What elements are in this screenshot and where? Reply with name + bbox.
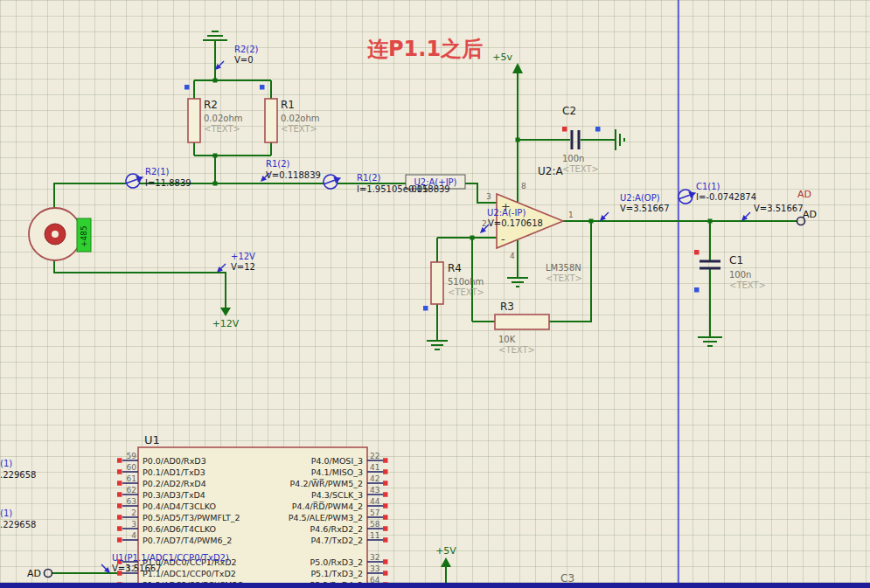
- chip-pin-label: P0.4/AD4/T3CLKO: [143, 502, 216, 511]
- wire[interactable]: [194, 44, 271, 99]
- component-ref[interactable]: R1: [281, 99, 295, 111]
- chip-pin-number: 59: [127, 452, 137, 460]
- marker-blue: [184, 85, 190, 90]
- marker-blue: [694, 287, 699, 293]
- component-ref[interactable]: C2: [562, 105, 576, 117]
- power-label-12v: +12V: [212, 318, 240, 329]
- component-ref[interactable]: R2: [204, 99, 218, 111]
- chip-pin-label: P4.4/R̅D̅/PWM4_2: [292, 502, 363, 511]
- chip-pin-number: 22: [370, 452, 379, 460]
- component-placeholder: <TEXT>: [729, 280, 766, 290]
- chip-pin-number: 60: [127, 463, 137, 472]
- current-probe-icon[interactable]: [124, 170, 146, 190]
- probe-value: V=0.170618: [488, 218, 543, 228]
- chip-pin-number: 41: [370, 463, 379, 472]
- resistor-r1[interactable]: [265, 99, 277, 142]
- chip-pin-label: P0.5/AD5/T3/PWMFLT_2: [143, 513, 240, 522]
- marker-red: [694, 250, 699, 255]
- chip-pin-number: 33: [370, 564, 379, 573]
- power-label-5v-top: +5v: [492, 52, 512, 63]
- probe-value: V=3.51667: [754, 204, 804, 213]
- pin-marker: [117, 503, 122, 508]
- chip-pin-label: P0.6/AD6/T4CLKO: [143, 524, 216, 534]
- component-ref: C3: [560, 572, 574, 585]
- chip-pin-label: P5.1/TxD3_2: [310, 569, 363, 578]
- pin-marker: [117, 537, 122, 543]
- component-placeholder: <TEXT>: [546, 273, 582, 283]
- schematic-canvas[interactable]: + - +485 59P0.0/AD0/RxD322P4.0/MOSI_360P…: [0, 0, 870, 588]
- capacitor-c1[interactable]: [699, 261, 720, 268]
- pin-marker: [383, 458, 388, 463]
- chip-pin-number: 63: [127, 497, 136, 506]
- ground-icon[interactable]: [427, 341, 448, 349]
- resistor-r2[interactable]: [188, 99, 200, 142]
- wire[interactable]: [54, 259, 226, 298]
- component-ref[interactable]: U1: [144, 433, 160, 446]
- pin-marker: [117, 515, 122, 520]
- voltage-probe-icon[interactable]: [741, 212, 750, 221]
- chip-pin-label: P0.3/AD3/TxD4: [143, 490, 205, 500]
- pin-marker: [117, 526, 122, 531]
- probe-name: U1(P1.1/ADC1/CCP0/TxD2): [112, 553, 229, 563]
- component-value: 100n: [562, 154, 584, 163]
- terminal-ad-in[interactable]: [45, 570, 52, 578]
- junction-dot: [213, 79, 218, 83]
- wire[interactable]: [194, 142, 271, 183]
- voltage-probe-icon[interactable]: [217, 264, 226, 273]
- component-ref[interactable]: R3: [500, 301, 514, 313]
- chip-pin-number: 4: [131, 531, 136, 540]
- chip-pin-label: P4.7/TxD2_2: [310, 536, 363, 545]
- resistor-r4[interactable]: [431, 262, 443, 304]
- ground-icon[interactable]: [507, 278, 528, 287]
- probe-name: U2:A(-IP): [487, 208, 525, 218]
- ground-icon[interactable]: [616, 129, 624, 150]
- voltage-probe-icon[interactable]: [215, 61, 224, 70]
- pin-marker: [383, 526, 388, 531]
- wire[interactable]: [549, 221, 797, 337]
- voltage-probe-icon[interactable]: [600, 212, 609, 221]
- chip-pin-label: P0.0/AD0/RxD3: [143, 456, 206, 466]
- component-ref[interactable]: C1: [729, 254, 743, 266]
- junction-dot: [213, 154, 218, 158]
- pin-marker: [117, 492, 122, 497]
- chip-pin-number: 61: [127, 474, 136, 483]
- component-ref[interactable]: R4: [448, 262, 462, 274]
- chip-pin-label: P4.0/MOSI_3: [311, 456, 363, 466]
- component-placeholder: <TEXT>: [562, 164, 599, 174]
- probe-name: C1(1): [696, 182, 720, 191]
- motor-value: +485: [80, 225, 88, 247]
- chip-pin-label: P4.6/RxD2_2: [310, 524, 363, 534]
- component-placeholder: <TEXT>: [204, 124, 240, 134]
- power-5v-top[interactable]: [512, 63, 523, 73]
- wire[interactable]: [518, 72, 616, 202]
- power-12v[interactable]: [220, 298, 231, 316]
- marker-red: [562, 127, 567, 132]
- chip-pin-label: P4.2/W̅R̅/PWM5_2: [290, 479, 363, 488]
- chip-pin-number: 32: [370, 553, 379, 562]
- ground-icon[interactable]: [698, 337, 722, 346]
- chip-pin-label: P4.5/ALE/PWM3_2: [289, 513, 363, 522]
- component-ref[interactable]: U2:A: [538, 165, 563, 177]
- chip-pin-number: 58: [370, 520, 380, 529]
- probe-value: I=-0.0742874: [696, 192, 756, 202]
- annotation-title: 连P1.1之后: [367, 37, 483, 61]
- sheet-edge-bar: [0, 583, 870, 588]
- component-value: 0.02ohm: [204, 114, 242, 123]
- pin-marker: [117, 469, 122, 474]
- opamp-pin-number: 1: [568, 211, 574, 219]
- capacitor-c2[interactable]: [572, 130, 579, 149]
- ground-icon[interactable]: [203, 31, 227, 44]
- voltage-probe-icon[interactable]: [101, 564, 110, 573]
- probe-name: +12V: [231, 252, 255, 261]
- net-label-ad[interactable]: AD: [797, 189, 811, 200]
- probe-name: R1(2): [357, 173, 381, 183]
- motor[interactable]: +485: [29, 208, 91, 260]
- pin-marker: [383, 559, 388, 564]
- resistor-r3[interactable]: [495, 315, 549, 329]
- opamp-minus-sign: -: [501, 232, 505, 246]
- power-arrow-icon: [220, 308, 231, 316]
- current-probe-icon[interactable]: [322, 171, 344, 190]
- component-value: 10K: [498, 335, 516, 344]
- probe-value: V=3.51667: [112, 564, 162, 573]
- terminal-label-ad-out: AD: [803, 209, 817, 220]
